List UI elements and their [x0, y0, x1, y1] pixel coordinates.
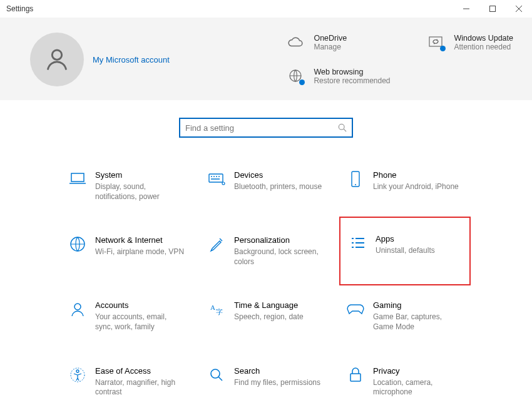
category-search[interactable]: SearchFind my files, permissions [200, 361, 332, 402]
person-icon [69, 300, 86, 318]
category-devices[interactable]: DevicesBluetooth, printers, mouse [200, 165, 332, 207]
category-title: Devices [234, 170, 322, 180]
category-title: Network & Internet [95, 235, 184, 245]
avatar[interactable] [30, 33, 84, 86]
quick-web-browsing[interactable]: Web browsing Restore recommended [287, 68, 390, 85]
title-bar: Settings [0, 0, 532, 18]
search-icon [208, 366, 225, 384]
category-title: Time & Language [234, 300, 304, 310]
svg-point-4 [339, 124, 344, 130]
category-title: Personalization [234, 235, 324, 245]
phone-icon [347, 170, 364, 188]
category-sub: Background, lock screen, colors [234, 247, 324, 267]
category-privacy[interactable]: PrivacyLocation, camera, microphone [339, 361, 471, 402]
category-personalization[interactable]: PersonalizationBackground, lock screen, … [200, 230, 332, 272]
attention-dot-icon [299, 79, 305, 85]
search-box[interactable] [179, 118, 353, 138]
list-icon [349, 234, 367, 252]
category-ease-of-access[interactable]: Ease of AccessNarrator, magnifier, high … [61, 361, 193, 402]
svg-point-1 [52, 50, 61, 59]
svg-point-15 [76, 370, 79, 372]
quick-label: Web browsing [314, 68, 390, 76]
category-sub: Your accounts, email, sync, work, family [95, 312, 185, 332]
category-sub: Find my files, permissions [234, 378, 320, 388]
svg-point-9 [355, 184, 356, 185]
window-controls [453, 0, 532, 18]
globe-icon [287, 68, 304, 84]
category-phone[interactable]: PhoneLink your Android, iPhone [339, 165, 471, 207]
category-time-language[interactable]: A字 Time & LanguageSpeech, region, date [200, 295, 332, 337]
gamepad-icon [347, 300, 364, 318]
svg-rect-2 [429, 37, 442, 46]
search-icon [338, 123, 347, 132]
category-sub: Wi-Fi, airplane mode, VPN [95, 247, 184, 257]
svg-point-11 [74, 304, 81, 310]
laptop-icon [69, 170, 86, 188]
svg-text:字: 字 [216, 308, 223, 315]
category-sub: Bluetooth, printers, mouse [234, 182, 322, 192]
sync-icon [428, 34, 444, 50]
category-accounts[interactable]: AccountsYour accounts, email, sync, work… [61, 295, 193, 337]
header: My Microsoft account OneDrive Manage Win… [0, 18, 532, 100]
category-title: System [95, 170, 185, 180]
category-sub: Game Bar, captures, Game Mode [373, 312, 463, 332]
accessibility-icon [69, 366, 86, 384]
category-sub: Link your Android, iPhone [373, 182, 459, 192]
keyboard-icon [208, 170, 225, 188]
svg-rect-5 [71, 173, 84, 182]
svg-rect-6 [209, 174, 223, 182]
quick-label: Windows Update [454, 34, 514, 43]
svg-rect-0 [490, 6, 496, 12]
category-title: Accounts [95, 300, 185, 310]
category-title: Search [234, 366, 320, 376]
quick-label: OneDrive [314, 34, 347, 43]
quick-sub: Attention needed [454, 43, 514, 51]
category-system[interactable]: SystemDisplay, sound, notifications, pow… [61, 165, 193, 207]
category-title: Apps [376, 234, 435, 243]
minimize-button[interactable] [453, 0, 479, 18]
category-title: Ease of Access [95, 366, 185, 376]
category-sub: Narrator, magnifier, high contrast [95, 378, 185, 397]
quick-sub: Manage [314, 43, 347, 51]
category-title: Privacy [373, 366, 463, 376]
category-sub: Location, camera, microphone [373, 378, 463, 397]
paintbrush-icon [208, 235, 225, 253]
svg-point-16 [211, 369, 220, 378]
quick-onedrive[interactable]: OneDrive Manage [287, 34, 390, 51]
category-sub: Speech, region, date [234, 312, 304, 322]
cloud-icon [287, 34, 304, 50]
svg-point-7 [222, 182, 225, 185]
language-icon: A字 [208, 300, 225, 318]
category-title: Gaming [373, 300, 463, 310]
quick-links: OneDrive Manage Windows Update Attention… [287, 34, 513, 85]
quick-windows-update[interactable]: Windows Update Attention needed [428, 34, 514, 51]
category-network-internet[interactable]: Network & InternetWi-Fi, airplane mode, … [61, 230, 193, 272]
svg-rect-17 [350, 374, 361, 381]
window-title: Settings [6, 4, 33, 13]
category-sub: Uninstall, defaults [376, 246, 435, 256]
search-input[interactable] [185, 123, 338, 133]
search-area [0, 100, 532, 138]
categories-grid: SystemDisplay, sound, notifications, pow… [0, 138, 532, 415]
category-title: Phone [373, 170, 459, 180]
lock-icon [347, 366, 364, 384]
quick-sub: Restore recommended [314, 76, 390, 85]
category-gaming[interactable]: GamingGame Bar, captures, Game Mode [339, 295, 471, 337]
category-sub: Display, sound, notifications, power [95, 182, 185, 202]
maximize-button[interactable] [479, 0, 506, 18]
microsoft-account-link[interactable]: My Microsoft account [93, 55, 170, 64]
category-apps[interactable]: AppsUninstall, defaults [339, 217, 471, 285]
attention-dot-icon [440, 46, 446, 51]
svg-text:A: A [210, 304, 215, 311]
globe-icon [69, 235, 86, 253]
close-button[interactable] [506, 0, 532, 18]
